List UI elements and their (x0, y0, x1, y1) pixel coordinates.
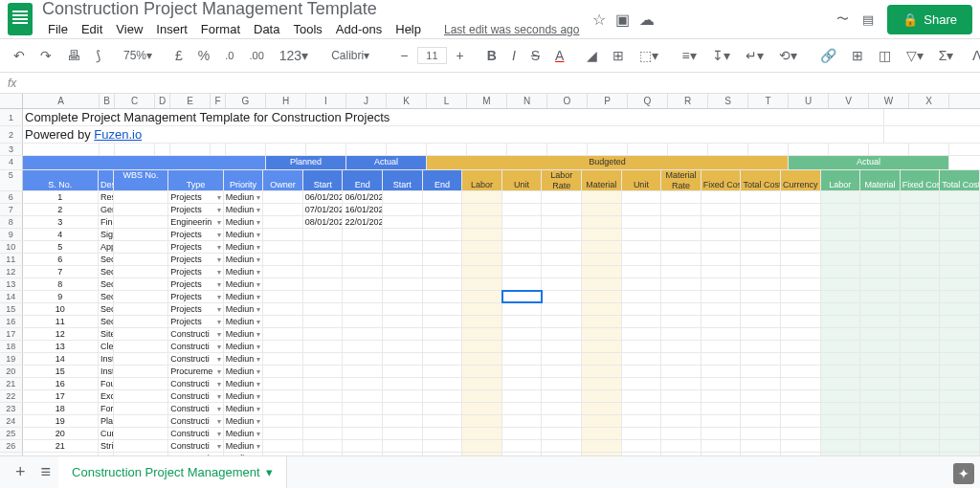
cell[interactable] (423, 291, 463, 302)
cell[interactable] (263, 403, 303, 414)
currency-button[interactable]: £ (169, 44, 189, 67)
cell[interactable] (423, 378, 463, 389)
cell[interactable] (741, 241, 781, 253)
cell[interactable] (901, 291, 941, 302)
cell[interactable] (582, 366, 622, 377)
cell[interactable] (860, 291, 901, 302)
functions-button[interactable]: Σ▾ (933, 44, 960, 67)
menu-view[interactable]: View (110, 19, 148, 39)
cell[interactable] (901, 316, 941, 327)
menu-data[interactable]: Data (248, 19, 285, 39)
cell[interactable] (940, 353, 980, 365)
cell[interactable]: End (343, 170, 383, 190)
cell[interactable]: Start (383, 170, 423, 190)
comment-button[interactable]: ⊞ (846, 44, 869, 67)
cell[interactable] (423, 428, 463, 439)
cell[interactable] (263, 291, 303, 302)
cell[interactable] (115, 144, 155, 155)
col-header[interactable]: X (909, 94, 949, 108)
cell[interactable] (542, 378, 582, 389)
cell[interactable] (502, 341, 543, 352)
cell[interactable] (23, 144, 100, 155)
cell[interactable] (901, 353, 941, 365)
filter-button[interactable]: ▽▾ (901, 44, 929, 67)
cell[interactable] (901, 278, 941, 290)
cell[interactable] (860, 191, 901, 203)
cell[interactable] (860, 428, 901, 439)
borders[interactable]: ⊞ (607, 44, 630, 67)
cell[interactable]: Projects (168, 303, 223, 315)
cell[interactable] (462, 204, 502, 215)
cell[interactable] (661, 440, 702, 452)
cell[interactable] (821, 415, 861, 427)
row-header[interactable]: 18 (0, 341, 23, 352)
cell[interactable] (582, 353, 622, 365)
cell[interactable] (263, 440, 303, 452)
cell[interactable] (303, 403, 344, 414)
cell[interactable] (661, 415, 702, 427)
cell[interactable] (702, 378, 742, 389)
cell[interactable] (702, 366, 742, 377)
cell[interactable] (542, 328, 582, 340)
font-size-inc[interactable]: + (451, 44, 470, 67)
cell[interactable] (343, 241, 383, 253)
cell[interactable] (582, 378, 622, 389)
cell[interactable] (940, 254, 980, 265)
cloud-icon[interactable]: ☁ (639, 11, 655, 29)
cell[interactable] (901, 229, 941, 240)
cell[interactable] (423, 366, 463, 377)
cell[interactable] (741, 191, 781, 203)
cell[interactable] (668, 144, 708, 155)
cell[interactable] (383, 390, 423, 402)
cell[interactable] (622, 291, 662, 302)
cell[interactable]: Constructi (168, 341, 223, 352)
cell[interactable] (502, 216, 543, 228)
cell[interactable]: Priority (224, 170, 264, 190)
cell[interactable] (622, 366, 662, 377)
cell[interactable]: Mediun (224, 415, 264, 427)
cell[interactable]: Labor (462, 170, 502, 190)
cell[interactable]: Secure electrical perm (99, 278, 114, 290)
cell[interactable] (741, 254, 781, 265)
cell[interactable] (114, 191, 168, 203)
wrap[interactable]: ↵▾ (740, 44, 769, 67)
row-header[interactable]: 20 (0, 366, 23, 377)
cell[interactable] (462, 229, 502, 240)
cell[interactable] (462, 278, 502, 290)
cell[interactable]: Projects (168, 291, 223, 302)
cell[interactable] (343, 378, 383, 389)
cell[interactable] (909, 144, 949, 155)
cell[interactable] (622, 353, 662, 365)
cell[interactable] (622, 328, 662, 340)
cell[interactable] (741, 390, 781, 402)
cell[interactable]: Sign contract and noti (99, 229, 114, 240)
cell[interactable] (303, 291, 344, 302)
cell[interactable] (901, 241, 941, 253)
cell[interactable]: 11 (23, 316, 99, 327)
cell[interactable] (702, 403, 742, 414)
cell[interactable]: Constructi (168, 353, 223, 365)
cell[interactable]: Mediun (224, 341, 264, 352)
col-header[interactable]: T (748, 94, 789, 108)
col-header[interactable]: A (23, 94, 100, 108)
cell[interactable] (263, 241, 303, 253)
cell[interactable] (622, 266, 662, 277)
cell[interactable] (263, 366, 303, 377)
cell[interactable]: 7 (23, 266, 99, 277)
col-header[interactable]: E (170, 94, 211, 108)
cell[interactable] (462, 191, 502, 203)
cell[interactable] (462, 428, 502, 439)
cell[interactable] (741, 366, 781, 377)
cell[interactable] (661, 353, 702, 365)
cell[interactable] (114, 303, 168, 315)
cell[interactable] (502, 403, 543, 414)
cell[interactable] (702, 328, 742, 340)
cell[interactable] (263, 266, 303, 277)
cell[interactable]: 22/01/2020 (343, 216, 383, 228)
cell[interactable]: Constructi (168, 390, 223, 402)
cell[interactable]: 16/01/2020 (343, 204, 383, 215)
cell[interactable]: Material (860, 170, 901, 190)
cell[interactable] (781, 428, 821, 439)
row-header[interactable]: 8 (0, 216, 23, 228)
menu-tools[interactable]: Tools (287, 19, 327, 39)
